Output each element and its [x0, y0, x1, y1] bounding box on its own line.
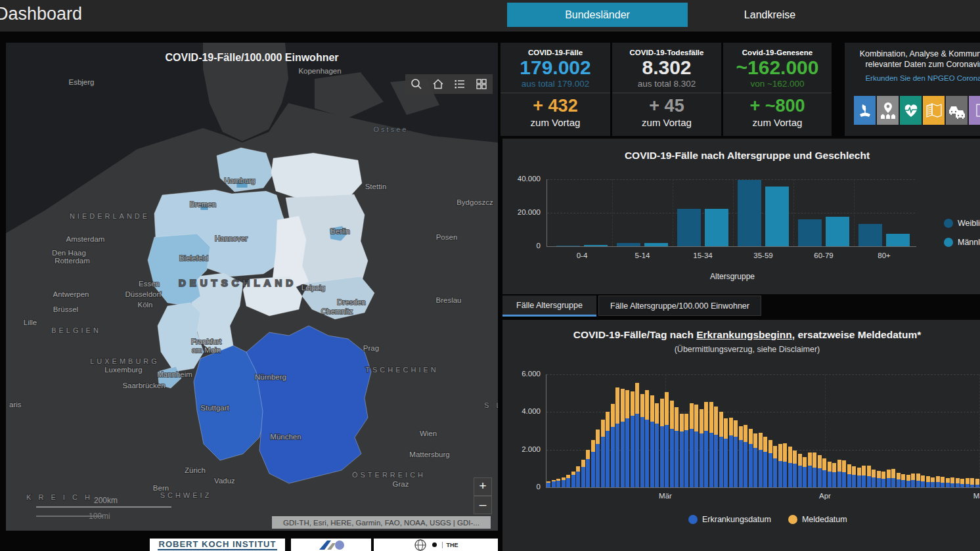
daily-bar-blue[interactable]: [704, 431, 708, 487]
daily-bar-blue[interactable]: [650, 422, 654, 487]
daily-bar-blue[interactable]: [749, 444, 753, 487]
daily-bar-blue[interactable]: [571, 475, 575, 487]
daily-bar-yellow[interactable]: [941, 477, 945, 482]
daily-bar-blue[interactable]: [606, 431, 610, 487]
daily-bar-blue[interactable]: [877, 478, 881, 487]
daily-bar-yellow[interactable]: [645, 390, 649, 419]
daily-bar-yellow[interactable]: [704, 402, 708, 431]
daily-bar-blue[interactable]: [631, 416, 635, 487]
daily-bar-yellow[interactable]: [946, 478, 950, 483]
daily-bar-yellow[interactable]: [788, 447, 792, 462]
daily-bar-blue[interactable]: [562, 480, 566, 488]
daily-bar-yellow[interactable]: [832, 463, 836, 472]
daily-bar-blue[interactable]: [645, 420, 649, 487]
daily-bar-blue[interactable]: [744, 442, 747, 487]
daily-bar-blue[interactable]: [709, 433, 713, 487]
daily-bar-yellow[interactable]: [813, 452, 816, 468]
daily-bar-yellow[interactable]: [803, 457, 807, 467]
daily-bar-yellow[interactable]: [581, 460, 585, 467]
daily-bar-yellow[interactable]: [586, 450, 590, 459]
daily-bar-yellow[interactable]: [714, 407, 718, 435]
daily-bar-blue[interactable]: [783, 462, 787, 487]
daily-bar-yellow[interactable]: [734, 420, 738, 436]
daily-bar-blue[interactable]: [847, 474, 851, 487]
daily-bar-yellow[interactable]: [842, 460, 846, 472]
bar-weiblich-60-79[interactable]: [798, 219, 822, 246]
bar-weiblich-5-14[interactable]: [617, 243, 640, 246]
daily-bar-yellow[interactable]: [936, 476, 940, 482]
daily-bar-yellow[interactable]: [921, 475, 925, 481]
bar-weiblich-0-4[interactable]: [556, 246, 580, 246]
daily-bar-blue[interactable]: [576, 472, 580, 487]
daily-bar-blue[interactable]: [739, 440, 743, 487]
daily-bar-blue[interactable]: [611, 427, 615, 487]
misc-icon[interactable]: [969, 96, 980, 125]
daily-bar-yellow[interactable]: [596, 430, 600, 444]
daily-bar-blue[interactable]: [700, 433, 703, 487]
daily-bar-blue[interactable]: [690, 429, 694, 487]
bar-maennlich-5-14[interactable]: [644, 243, 668, 246]
daily-bar-yellow[interactable]: [546, 481, 550, 483]
daily-bar-blue[interactable]: [566, 478, 570, 487]
daily-bar-blue[interactable]: [684, 430, 688, 487]
daily-bar-blue[interactable]: [936, 482, 940, 487]
tab-landkreise[interactable]: Landkreise: [688, 3, 852, 27]
daily-bar-blue[interactable]: [581, 467, 585, 488]
daily-bar-yellow[interactable]: [793, 451, 797, 464]
daily-bar-yellow[interactable]: [808, 452, 812, 466]
daily-bar-yellow[interactable]: [615, 387, 619, 424]
daily-bar-blue[interactable]: [950, 483, 954, 487]
daily-bar-yellow[interactable]: [966, 478, 969, 484]
daily-bar-yellow[interactable]: [931, 477, 935, 483]
daily-bar-yellow[interactable]: [881, 472, 885, 478]
daily-bar-blue[interactable]: [724, 439, 728, 488]
rki-logo[interactable]: ROBERT KOCH INSTITUT: [150, 539, 285, 551]
daily-bar-yellow[interactable]: [867, 466, 871, 476]
daily-bar-yellow[interactable]: [606, 412, 610, 431]
daily-bar-yellow[interactable]: [601, 420, 605, 437]
daily-bar-blue[interactable]: [788, 463, 792, 487]
daily-bar-yellow[interactable]: [960, 479, 964, 484]
daily-bar-yellow[interactable]: [798, 454, 802, 466]
daily-bar-yellow[interactable]: [857, 468, 861, 475]
daily-bar-yellow[interactable]: [956, 478, 960, 483]
daily-bar-yellow[interactable]: [700, 409, 703, 433]
home-icon[interactable]: [430, 76, 447, 93]
daily-bar-yellow[interactable]: [556, 479, 560, 481]
bar-weiblich-35-59[interactable]: [738, 180, 761, 246]
bar-maennlich-60-79[interactable]: [826, 217, 849, 246]
basemap-icon[interactable]: [473, 76, 490, 93]
daily-bar-yellow[interactable]: [837, 460, 841, 471]
daily-bar-yellow[interactable]: [911, 474, 915, 480]
daily-bar-blue[interactable]: [916, 481, 920, 487]
daily-bar-yellow[interactable]: [690, 403, 694, 429]
daily-bar-blue[interactable]: [655, 424, 659, 488]
daily-bar-yellow[interactable]: [640, 394, 644, 416]
daily-bar-blue[interactable]: [546, 483, 550, 487]
daily-bar-blue[interactable]: [931, 482, 935, 487]
daily-bar-yellow[interactable]: [655, 403, 659, 423]
daily-bar-yellow[interactable]: [901, 474, 905, 480]
daily-bar-blue[interactable]: [670, 429, 674, 487]
daily-bar-yellow[interactable]: [950, 477, 954, 483]
daily-bar-blue[interactable]: [601, 437, 605, 487]
state-Bayern[interactable]: [246, 326, 371, 483]
zoom-in-button[interactable]: +: [474, 477, 492, 496]
daily-bar-blue[interactable]: [768, 453, 772, 487]
daily-bar-yellow[interactable]: [611, 404, 615, 428]
daily-bar-yellow[interactable]: [635, 383, 639, 414]
daily-bar-yellow[interactable]: [828, 462, 832, 472]
germany-map[interactable]: EsbjergKopenhagenOstseeStettinBydgoszczP…: [6, 43, 498, 531]
daily-bar-blue[interactable]: [862, 475, 866, 487]
daily-bar-blue[interactable]: [921, 481, 925, 487]
daily-bar-blue[interactable]: [966, 484, 969, 487]
daily-bar-yellow[interactable]: [680, 414, 684, 431]
daily-bar-blue[interactable]: [621, 422, 625, 487]
daily-bar-blue[interactable]: [813, 468, 816, 487]
daily-bar-blue[interactable]: [753, 448, 757, 487]
daily-bar-yellow[interactable]: [694, 405, 698, 432]
daily-bar-blue[interactable]: [640, 417, 644, 488]
bar-maennlich-80+[interactable]: [886, 234, 910, 246]
daily-bar-blue[interactable]: [881, 479, 885, 488]
daily-bar-yellow[interactable]: [571, 472, 575, 475]
